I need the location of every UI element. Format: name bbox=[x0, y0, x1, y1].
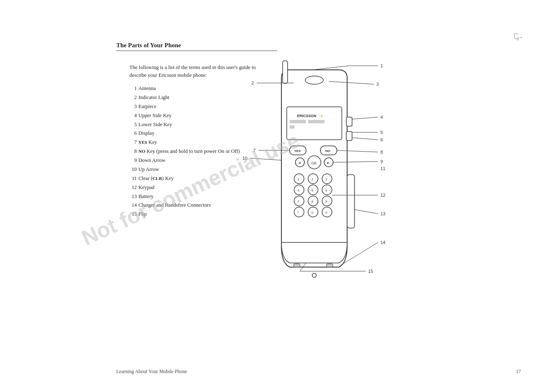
svg-text:2: 2 bbox=[251, 81, 254, 85]
svg-text:13: 13 bbox=[380, 211, 385, 216]
svg-text:0: 0 bbox=[311, 211, 313, 214]
decorative-swirl: ꞔ. bbox=[512, 27, 523, 42]
svg-line-68 bbox=[251, 158, 281, 160]
svg-text:5: 5 bbox=[380, 130, 383, 135]
svg-text:7: 7 bbox=[253, 148, 256, 153]
svg-rect-46 bbox=[294, 264, 300, 267]
svg-text:11: 11 bbox=[380, 166, 385, 171]
svg-text:#: # bbox=[325, 211, 327, 214]
svg-line-56 bbox=[352, 117, 378, 119]
svg-text:3: 3 bbox=[325, 178, 327, 181]
svg-rect-7 bbox=[290, 125, 295, 129]
svg-text:14: 14 bbox=[380, 240, 385, 245]
svg-text:NO: NO bbox=[325, 149, 330, 153]
svg-text:◄: ◄ bbox=[298, 161, 301, 165]
svg-text:YES: YES bbox=[294, 149, 301, 153]
svg-text:12: 12 bbox=[380, 193, 385, 198]
svg-text:5: 5 bbox=[311, 189, 313, 192]
svg-text:15: 15 bbox=[368, 269, 373, 274]
svg-rect-8 bbox=[346, 117, 352, 126]
svg-text:4: 4 bbox=[380, 115, 383, 120]
svg-text:►: ► bbox=[327, 161, 330, 165]
svg-text:4: 4 bbox=[297, 189, 299, 192]
svg-point-45 bbox=[312, 273, 316, 277]
svg-line-74 bbox=[355, 210, 378, 214]
svg-rect-6 bbox=[308, 120, 325, 123]
svg-text:8: 8 bbox=[311, 200, 313, 203]
section-title: The Parts of Your Phone bbox=[116, 42, 277, 51]
svg-rect-9 bbox=[346, 131, 352, 141]
svg-rect-0 bbox=[283, 61, 288, 83]
svg-point-1 bbox=[305, 76, 323, 84]
svg-point-38 bbox=[294, 207, 304, 217]
phone-diagram: ERICSSON ⚡ YES NO OK ◄ ► bbox=[218, 53, 419, 300]
svg-text:*: * bbox=[297, 211, 299, 214]
svg-text:2: 2 bbox=[311, 178, 313, 181]
svg-text:1: 1 bbox=[380, 63, 383, 68]
footer-page-number: 17 bbox=[516, 369, 521, 375]
svg-text:⚡: ⚡ bbox=[320, 114, 324, 118]
svg-text:9: 9 bbox=[325, 200, 327, 203]
page: The Parts of Your Phone The following is… bbox=[0, 0, 555, 392]
svg-text:3: 3 bbox=[376, 82, 379, 87]
footer-left: Learning About Your Mobile Phone bbox=[116, 369, 187, 375]
svg-rect-47 bbox=[327, 264, 333, 267]
svg-text:6: 6 bbox=[380, 137, 383, 142]
svg-text:ERICSSON: ERICSSON bbox=[297, 114, 316, 118]
svg-text:10: 10 bbox=[242, 156, 247, 161]
svg-text:7: 7 bbox=[297, 200, 299, 203]
svg-line-60 bbox=[352, 138, 378, 140]
svg-rect-5 bbox=[290, 120, 306, 123]
svg-text:9: 9 bbox=[380, 159, 383, 164]
svg-rect-44 bbox=[347, 175, 355, 228]
svg-line-48 bbox=[312, 66, 349, 70]
svg-text:6: 6 bbox=[325, 189, 327, 192]
svg-text:OK: OK bbox=[311, 161, 317, 165]
svg-text:8: 8 bbox=[380, 150, 383, 154]
svg-text:1: 1 bbox=[297, 178, 299, 181]
